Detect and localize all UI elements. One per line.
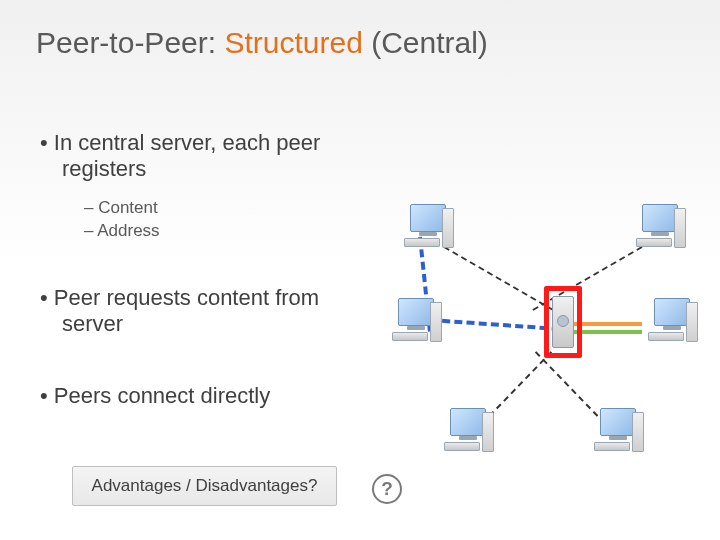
bullet-2: • Peer requests content from server bbox=[40, 285, 380, 338]
bullet-list: • In central server, each peer registers… bbox=[40, 130, 380, 414]
peer-bottom-right bbox=[592, 408, 644, 460]
footer-text: Advantages / Disadvantages? bbox=[92, 476, 318, 496]
slide-title: Peer-to-Peer: Structured (Central) bbox=[36, 26, 488, 60]
bullet-1a: – Content bbox=[84, 197, 380, 220]
bullet-3: • Peers connect directly bbox=[40, 383, 380, 409]
title-prefix: Peer-to-Peer: bbox=[36, 26, 224, 59]
peer-bottom-left bbox=[442, 408, 494, 460]
bullet-1: • In central server, each peer registers bbox=[40, 130, 380, 183]
title-suffix: (Central) bbox=[363, 26, 488, 59]
link-ml-server-blue bbox=[430, 318, 560, 331]
network-diagram bbox=[390, 200, 700, 460]
question-mark-icon: ? bbox=[372, 474, 402, 504]
peer-top-left bbox=[402, 204, 454, 256]
bullet-1b: – Address bbox=[84, 220, 380, 243]
footer-question-box: Advantages / Disadvantages? bbox=[72, 466, 337, 506]
peer-mid-left bbox=[390, 298, 442, 350]
title-accent: Structured bbox=[224, 26, 362, 59]
peer-top-right bbox=[634, 204, 686, 256]
peer-mid-right bbox=[646, 298, 698, 350]
link-tl-server bbox=[444, 246, 554, 311]
server-center bbox=[552, 296, 574, 348]
